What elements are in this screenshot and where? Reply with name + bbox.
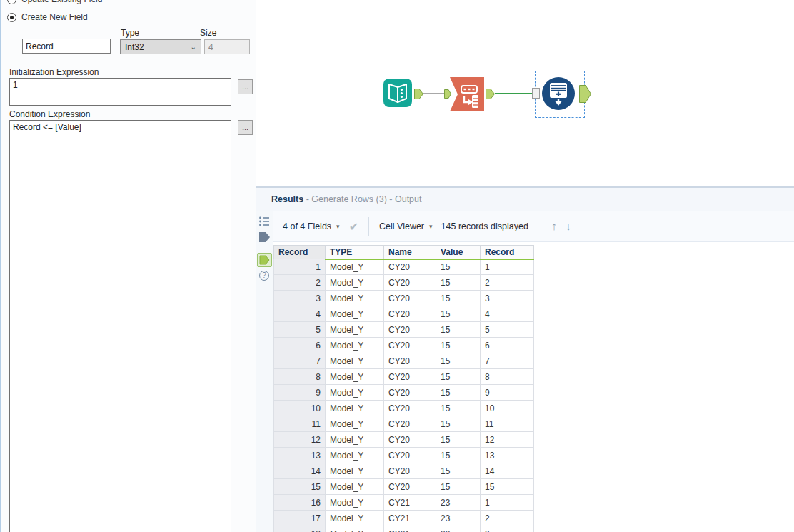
row-number-cell[interactable]: 2 [274,275,326,291]
row-number-cell[interactable]: 8 [274,369,326,385]
data-cell[interactable]: 1 [481,495,534,511]
row-number-cell[interactable]: 1 [274,259,326,275]
data-cell[interactable]: CY20 [384,338,436,353]
column-header-rownum[interactable]: Record [274,246,326,259]
initialization-expression-input[interactable]: 1 [9,78,231,106]
data-cell[interactable]: Model_Y [326,526,384,532]
data-cell[interactable]: Model_Y [326,385,384,401]
radio-create-new-field[interactable]: Create New Field [7,12,88,22]
config-list-icon[interactable] [258,216,271,227]
data-cell[interactable]: 10 [481,401,534,416]
table-row[interactable]: 15Model_YCY201515 [274,479,534,495]
table-row[interactable]: 12Model_YCY201512 [274,432,534,448]
data-cell[interactable]: CY20 [384,479,436,495]
data-cell[interactable]: Model_Y [326,259,384,275]
table-row[interactable]: 5Model_YCY20155 [274,322,534,338]
radio-selected-icon[interactable] [7,13,16,22]
data-cell[interactable]: 15 [436,338,481,353]
data-cell[interactable]: CY21 [384,511,436,526]
data-cell[interactable]: CY20 [384,353,436,369]
data-cell[interactable]: 12 [481,432,534,448]
row-number-cell[interactable]: 4 [274,306,326,322]
data-cell[interactable]: 15 [436,401,481,416]
table-row[interactable]: 1Model_YCY20151 [274,259,534,275]
row-number-cell[interactable]: 14 [274,463,326,479]
table-row[interactable]: 8Model_YCY20158 [274,369,534,385]
cell-viewer-dropdown[interactable]: Cell Viewer ▾ [379,221,433,231]
radio-icon[interactable] [7,0,16,4]
fields-dropdown[interactable]: 4 of 4 Fields ▾ [283,221,340,231]
column-header-record[interactable]: Record [481,246,534,259]
data-cell[interactable]: 15 [436,259,481,275]
data-cell[interactable]: 15 [436,322,481,338]
data-cell[interactable]: 23 [436,511,481,526]
data-cell[interactable]: Model_Y [326,401,384,416]
data-cell[interactable]: 15 [436,385,481,401]
condition-expression-editor-button[interactable]: ... [238,120,253,135]
row-number-cell[interactable]: 15 [274,479,326,495]
data-cell[interactable]: 15 [436,275,481,291]
data-cell[interactable]: 3 [481,526,534,532]
scroll-up-icon[interactable]: ↑ [551,220,557,233]
transpose-output-anchor[interactable] [486,89,495,99]
data-cell[interactable]: 15 [436,416,481,432]
table-row[interactable]: 16Model_YCY21231 [274,495,534,511]
data-cell[interactable]: CY20 [384,432,436,448]
generate-rows-output-anchor[interactable] [579,85,591,103]
row-number-cell[interactable]: 6 [274,338,326,353]
data-cell[interactable]: CY20 [384,322,436,338]
data-cell[interactable]: 1 [481,259,534,275]
table-row[interactable]: 11Model_YCY201511 [274,416,534,432]
table-row[interactable]: 10Model_YCY201510 [274,401,534,416]
data-cell[interactable]: 15 [481,479,534,495]
data-cell[interactable]: 15 [436,432,481,448]
output-anchor-selected[interactable] [257,253,272,267]
data-cell[interactable]: 15 [436,353,481,369]
table-row[interactable]: 2Model_YCY20152 [274,275,534,291]
column-header-name[interactable]: Name [384,246,436,259]
type-dropdown[interactable]: Int32 ⌄ [120,39,201,54]
condition-expression-input[interactable]: Record <= [Value] [9,120,231,532]
data-cell[interactable]: 2 [481,275,534,291]
apply-checkmark-icon[interactable]: ✔ [349,220,358,234]
initialization-expression-editor-button[interactable]: ... [238,79,253,94]
field-name-input[interactable] [22,39,111,54]
data-cell[interactable]: 5 [481,322,534,338]
data-cell[interactable]: 15 [436,448,481,463]
generate-rows-tool-icon[interactable] [541,76,576,111]
data-cell[interactable]: Model_Y [326,275,384,291]
row-number-cell[interactable]: 11 [274,416,326,432]
data-cell[interactable]: Model_Y [326,463,384,479]
table-row[interactable]: 6Model_YCY20156 [274,338,534,353]
data-cell[interactable]: 9 [481,385,534,401]
data-cell[interactable]: CY20 [384,448,436,463]
row-number-cell[interactable]: 18 [274,526,326,532]
data-cell[interactable]: CY21 [384,526,436,532]
data-cell[interactable]: 3 [481,291,534,306]
data-cell[interactable]: CY20 [384,275,436,291]
data-cell[interactable]: 15 [436,306,481,322]
data-cell[interactable]: 6 [481,338,534,353]
data-cell[interactable]: 23 [436,495,481,511]
data-cell[interactable]: CY20 [384,306,436,322]
data-cell[interactable]: 8 [481,369,534,385]
data-cell[interactable]: 23 [436,526,481,532]
table-row[interactable]: 14Model_YCY201514 [274,463,534,479]
data-cell[interactable]: CY20 [384,385,436,401]
data-cell[interactable]: 11 [481,416,534,432]
transpose-tool-icon[interactable] [450,77,484,111]
data-cell[interactable]: Model_Y [326,448,384,463]
table-row[interactable]: 4Model_YCY20154 [274,306,534,322]
row-number-cell[interactable]: 12 [274,432,326,448]
data-cell[interactable]: 15 [436,463,481,479]
data-cell[interactable]: Model_Y [326,495,384,511]
data-cell[interactable]: 7 [481,353,534,369]
table-row[interactable]: 7Model_YCY20157 [274,353,534,369]
column-header-value[interactable]: Value [436,246,481,259]
generate-rows-input-anchor[interactable] [532,88,540,99]
data-cell[interactable]: CY20 [384,291,436,306]
row-number-cell[interactable]: 10 [274,401,326,416]
data-cell[interactable]: CY21 [384,495,436,511]
data-cell[interactable]: Model_Y [326,291,384,306]
data-cell[interactable]: 13 [481,448,534,463]
